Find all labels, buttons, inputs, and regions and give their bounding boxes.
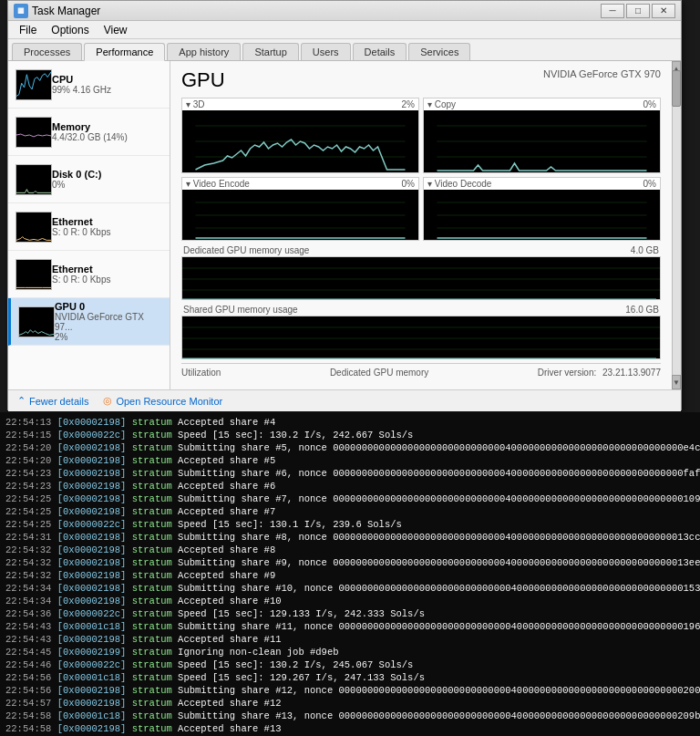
open-resource-monitor-link[interactable]: ◎ Open Resource Monitor — [103, 395, 222, 407]
fewer-details-link[interactable]: ⌃ Fewer details — [17, 395, 88, 407]
line-pid: [0x00002198] — [57, 634, 127, 645]
sidebar-scrollbar[interactable]: ▲ ▼ — [672, 61, 681, 389]
line-time: 22:54:25 — [5, 519, 51, 530]
terminal-line: 22:54:13 [0x00002198] stratum Accepted s… — [5, 416, 695, 429]
line-time: 22:54:34 — [5, 583, 51, 594]
terminal-line: 22:54:36 [0x0000022c] stratum Speed [15 … — [5, 607, 695, 620]
line-msg: Accepted share #11 — [172, 634, 282, 645]
graph-encode-pct: 0% — [402, 179, 415, 189]
terminal-line: 22:54:57 [0x00002198] stratum Accepted s… — [5, 697, 695, 710]
menu-options[interactable]: Options — [44, 21, 96, 38]
line-pid: [0x00002198] — [57, 468, 127, 479]
sidebar-item-ethernet2[interactable]: Ethernet S: 0 R: 0 Kbps — [8, 251, 170, 298]
tab-services[interactable]: Services — [408, 43, 470, 60]
line-msg: Submitting share #5, nonce 0000000000000… — [172, 442, 700, 453]
encode-decode-row: ▾ Video Encode 0% ▾ Video De — [181, 177, 661, 241]
tab-app-history[interactable]: App history — [167, 43, 241, 60]
line-time: 22:54:56 — [5, 672, 51, 683]
tab-details[interactable]: Details — [353, 43, 407, 60]
tab-bar: Processes Performance App history Startu… — [8, 39, 681, 61]
terminal-line: 22:54:32 [0x00002198] stratum Accepted s… — [5, 569, 695, 582]
close-button[interactable]: ✕ — [652, 4, 675, 18]
line-msg: Submitting share #11, nonce 000000000000… — [172, 621, 700, 632]
ethernet2-detail: S: 0 R: 0 Kbps — [52, 275, 162, 285]
line-time: 22:54:43 — [5, 621, 51, 632]
menu-file[interactable]: File — [12, 21, 44, 38]
scroll-thumb[interactable] — [672, 70, 681, 107]
line-service: stratum — [132, 506, 172, 517]
line-time: 22:54:57 — [5, 698, 51, 709]
line-service: stratum — [132, 583, 172, 594]
graph-3d-pct: 2% — [402, 99, 415, 109]
maximize-button[interactable]: □ — [626, 4, 650, 18]
gpu-panel: GPU NVIDIA GeForce GTX 970 ▾ 3D 2% — [170, 61, 672, 389]
line-pid: [0x00002198] — [57, 596, 127, 606]
line-msg: Speed [15 sec]: 129.133 I/s, 242.333 Sol… — [172, 608, 425, 619]
menu-bar: File Options View — [8, 21, 681, 39]
terminal-line: 22:54:58 [0x00001c18] stratum Submitting… — [5, 710, 695, 722]
terminal-line: 22:54:45 [0x00002199] stratum Ignoring n… — [5, 646, 695, 658]
gpu0-pct: 2% — [55, 332, 162, 342]
line-msg: Submitting share #7, nonce 0000000000000… — [172, 493, 700, 504]
gpu-header: GPU NVIDIA GeForce GTX 970 — [181, 68, 661, 92]
shared-memory-label: Shared GPU memory usage — [183, 305, 298, 315]
line-time: 22:54:31 — [5, 532, 51, 543]
graph-encode-title: ▾ Video Encode — [186, 179, 250, 189]
menu-view[interactable]: View — [97, 21, 135, 38]
terminal-line: 22:54:25 [0x00002198] stratum Submitting… — [5, 492, 695, 505]
terminal-line: 22:54:34 [0x00002198] stratum Accepted s… — [5, 595, 695, 607]
line-msg: Accepted share #4 — [172, 417, 275, 428]
terminal-line: 22:54:56 [0x00001c18] stratum Speed [15 … — [5, 671, 695, 684]
line-msg: Ignoring non-clean job #d9eb — [172, 647, 339, 658]
sidebar-item-gpu0[interactable]: GPU 0 NVIDIA GeForce GTX 97... 2% — [8, 298, 170, 346]
line-time: 22:54:46 — [5, 659, 51, 670]
line-service: stratum — [132, 710, 172, 721]
title-bar: ▦ Task Manager ─ □ ✕ — [8, 1, 681, 21]
sidebar-item-memory[interactable]: Memory 4.4/32.0 GB (14%) — [8, 109, 170, 156]
graph-3d-title: ▾ 3D — [186, 99, 205, 109]
line-msg: Accepted share #13 — [172, 723, 282, 734]
ethernet2-mini-chart — [15, 259, 52, 290]
line-msg: Accepted share #12 — [172, 698, 282, 709]
line-pid: [0x00002198] — [57, 442, 127, 453]
sidebar-item-disk[interactable]: Disk 0 (C:) 0% — [8, 156, 170, 203]
tab-startup[interactable]: Startup — [242, 43, 298, 60]
memory-detail: 4.4/32.0 GB (14%) — [52, 132, 162, 142]
tab-users[interactable]: Users — [301, 43, 351, 60]
line-msg: Accepted share #10 — [172, 596, 282, 606]
disk-mini-chart — [15, 164, 52, 195]
line-time: 22:54:58 — [5, 723, 51, 734]
line-time: 22:54:25 — [5, 493, 51, 504]
ethernet2-label: Ethernet — [52, 264, 162, 275]
gpu0-model: NVIDIA GeForce GTX 97... — [55, 312, 162, 332]
terminal-line: 22:54:46 [0x0000022c] stratum Speed [15 … — [5, 658, 695, 671]
minimize-button[interactable]: ─ — [601, 4, 624, 18]
sidebar-item-ethernet1[interactable]: Ethernet S: 0 R: 0 Kbps — [8, 203, 170, 251]
ethernet1-detail: S: 0 R: 0 Kbps — [52, 227, 162, 237]
cpu-detail: 99% 4.16 GHz — [52, 85, 162, 95]
gpu-model: NVIDIA GeForce GTX 970 — [543, 68, 661, 79]
line-pid: [0x00002198] — [57, 723, 127, 734]
window-title: Task Manager — [32, 5, 601, 17]
gpu-title: GPU — [181, 68, 225, 92]
terminal-line: 22:54:31 [0x00002198] stratum Submitting… — [5, 531, 695, 544]
line-time: 22:54:23 — [5, 468, 51, 479]
line-pid: [0x00002198] — [57, 544, 127, 555]
line-pid: [0x00002199] — [57, 647, 127, 658]
main-content: CPU 99% 4.16 GHz Memory 4.4/32.0 GB (14%… — [8, 61, 681, 389]
graph-3d-area — [182, 110, 418, 172]
ethernet2-info: Ethernet S: 0 R: 0 Kbps — [52, 264, 162, 285]
sidebar-item-cpu[interactable]: CPU 99% 4.16 GHz — [8, 61, 170, 109]
line-pid: [0x00001c18] — [57, 710, 127, 721]
line-msg: Accepted share #6 — [172, 481, 275, 492]
line-service: stratum — [132, 532, 172, 543]
tab-processes[interactable]: Processes — [12, 43, 82, 60]
ethernet1-label: Ethernet — [52, 216, 162, 227]
line-service: stratum — [132, 570, 172, 581]
memory-mini-chart — [15, 117, 52, 148]
line-msg: Submitting share #9, nonce 0000000000000… — [172, 557, 700, 568]
line-service: stratum — [132, 608, 172, 619]
tab-performance[interactable]: Performance — [84, 43, 165, 61]
graph-copy: ▾ Copy 0% — [423, 98, 661, 173]
terminal-line: 22:54:15 [0x0000022c] stratum Speed [15 … — [5, 429, 695, 441]
